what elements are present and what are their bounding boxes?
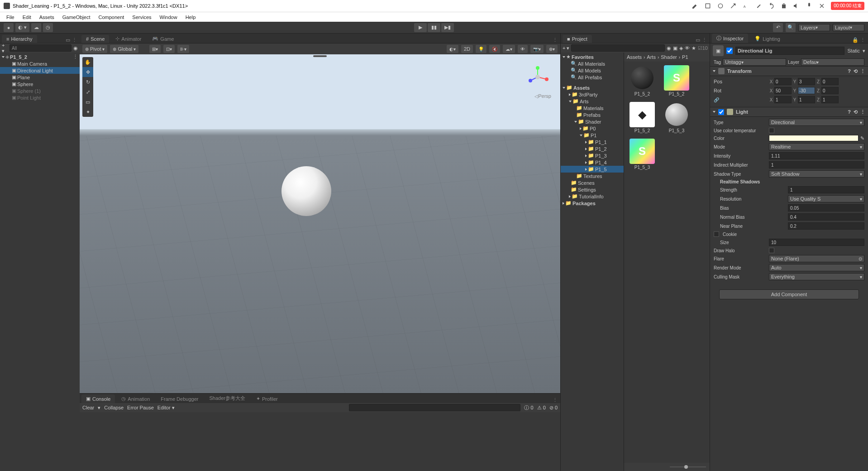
resolution-dropdown[interactable]: Use Quality S▾ [788, 195, 864, 202]
favorites-folder[interactable]: ★ Favorites [561, 53, 624, 60]
menu-services[interactable]: Services [129, 14, 155, 21]
pos-y-field[interactable] [798, 78, 815, 85]
pkg-icon[interactable]: ▣ [673, 45, 677, 51]
animator-tab[interactable]: ⊹ Animator [111, 34, 146, 43]
menu-assets[interactable]: Assets [36, 14, 58, 21]
tree-item[interactable]: 📁 TutorialInfo [561, 193, 624, 200]
camera-toggle[interactable]: 📷▾ [530, 45, 544, 53]
project-search[interactable] [571, 44, 664, 52]
cookie-tex[interactable] [714, 231, 719, 237]
tree-item[interactable]: 📁 Arts [561, 98, 624, 105]
menu-icon[interactable]: ⋮ [860, 109, 865, 115]
transform-header[interactable]: Transform ? ⟲ ⋮ [710, 66, 868, 76]
lock-icon[interactable]: 🔒 [852, 37, 858, 43]
hierarchy-item[interactable]: ▣ Main Camera [0, 60, 80, 67]
hierarchy-tab[interactable]: ≡ Hierarchy [2, 35, 37, 43]
hand-tool[interactable]: ✋ [82, 57, 93, 67]
fav-icon[interactable]: ◉ [667, 45, 671, 51]
wand-icon[interactable] [755, 2, 762, 10]
undo-icon[interactable] [768, 2, 775, 10]
audio-toggle[interactable]: 🔇 [489, 45, 500, 53]
hierarchy-item[interactable]: ▣ Sphere [0, 81, 80, 87]
game-tab[interactable]: 🎮 Game [148, 34, 178, 43]
rotate-tool[interactable]: ↻ [82, 77, 93, 87]
breadcrumb-item[interactable]: P1 [682, 54, 688, 60]
reset-icon[interactable]: ⟲ [854, 109, 858, 115]
menu-icon[interactable]: ⋮ [702, 37, 707, 43]
eyedropper-icon[interactable]: ✎ [860, 135, 864, 141]
pivot-toggle[interactable]: ⊕Pivot▾ [82, 45, 107, 53]
scl-x-field[interactable] [774, 96, 792, 103]
layer-dropdown[interactable]: Defau▾ [801, 58, 864, 66]
create-dropdown[interactable]: + ▾ [2, 43, 8, 54]
rot-z-field[interactable] [821, 87, 839, 94]
menu-icon[interactable]: ⋮ [553, 37, 558, 43]
scl-z-field[interactable] [821, 96, 839, 103]
undo2-icon[interactable]: ↶ [773, 23, 783, 32]
snap-icon[interactable]: ⊞▾ [149, 45, 161, 53]
scene-viewport[interactable]: ✋ ✥ ↻ ⤢ ▭ ✦ ◁Persp [80, 54, 560, 393]
drawhalo-checkbox[interactable] [769, 248, 774, 253]
inspector-tab[interactable]: ⓘ Inspector [712, 34, 748, 43]
pos-z-field[interactable] [821, 78, 839, 85]
project-tab[interactable]: ■ Project [563, 35, 592, 43]
tree-item[interactable]: 📁 Textures [561, 173, 624, 179]
sphere-object[interactable] [281, 166, 331, 216]
nearplane-field[interactable] [788, 222, 864, 230]
grid-icon[interactable]: ⊡▾ [163, 45, 175, 53]
pos-x-field[interactable] [774, 78, 792, 85]
drag-handle[interactable] [313, 55, 327, 57]
menu-icon[interactable]: ⋮ [860, 37, 865, 43]
menu-component[interactable]: Component [95, 14, 128, 21]
account-icon[interactable]: ● [4, 23, 14, 32]
hidden-icon[interactable]: 👁 [685, 45, 690, 51]
reset-icon[interactable]: ⟲ [854, 68, 858, 74]
breadcrumb-item[interactable]: Arts [647, 54, 656, 60]
tree-item[interactable]: 📁 P0 [561, 125, 624, 132]
cullingmask-dropdown[interactable]: Everything▾ [769, 273, 864, 280]
square-icon[interactable] [704, 2, 711, 10]
fx-toggle[interactable]: ☁▾ [503, 45, 515, 53]
speaker-icon[interactable] [793, 2, 800, 10]
picker-icon[interactable]: ◉ [73, 45, 78, 51]
tree-item[interactable]: 🔍 All Prefabs [561, 74, 624, 81]
object-name-field[interactable] [735, 47, 844, 55]
search-button[interactable]: 🔍 [786, 23, 796, 32]
profiler-tab[interactable]: ✦ Profiler [252, 394, 282, 403]
orientation-gizmo[interactable] [524, 63, 551, 91]
close-icon[interactable] [818, 2, 825, 10]
scl-y-field[interactable] [798, 96, 815, 103]
trash-icon[interactable] [780, 2, 787, 10]
scene-row[interactable]: ◈ P1_5_2⋮ [0, 53, 80, 60]
tree-item[interactable]: 📁 Settings [561, 186, 624, 193]
warn-count[interactable]: ⚠ 0 [537, 405, 546, 411]
info-count[interactable]: ⓘ 0 [524, 404, 533, 411]
gizmo-toggle[interactable]: ⊕▾ [546, 45, 558, 53]
packages-folder[interactable]: 📁 Packages [561, 200, 624, 207]
rect-tool[interactable]: ▭ [82, 97, 93, 107]
shade-mode[interactable]: ◐▾ [447, 45, 458, 53]
hidden-toggle[interactable]: 👁 [518, 45, 528, 53]
layers-dropdown[interactable]: Layers ▾ [798, 24, 830, 31]
project-asset[interactable]: P1_5_2 [628, 65, 657, 96]
hierarchy-item[interactable]: ▣ Directional Light [0, 67, 80, 74]
light-type-dropdown[interactable]: Directional▾ [769, 119, 864, 126]
step-button[interactable]: ▶▮ [441, 23, 454, 32]
project-asset[interactable]: SP1_5_2 [662, 65, 691, 96]
collapse-button[interactable]: Collapse [104, 405, 124, 410]
layout-dropdown[interactable]: Layout ▾ [833, 24, 864, 31]
hierarchy-search[interactable] [10, 44, 72, 52]
menu-icon[interactable]: ⋮ [72, 37, 77, 43]
global-toggle[interactable]: ⊕Global▾ [110, 45, 138, 53]
assets-folder[interactable]: 📁 Assets [561, 84, 624, 91]
tree-item[interactable]: 📁 Scenes [561, 179, 624, 186]
framedebugger-tab[interactable]: Frame Debugger [156, 395, 203, 403]
console-search[interactable] [349, 404, 520, 411]
arrow-icon[interactable] [730, 2, 737, 10]
maximize-icon[interactable]: ▭ [66, 37, 70, 43]
size-field[interactable] [769, 239, 864, 246]
project-asset[interactable]: ◆P1_5_2 [628, 102, 657, 133]
cloud2-icon[interactable]: ☁ [31, 23, 41, 32]
2d-toggle[interactable]: 2D [461, 45, 473, 53]
rot-y-field[interactable] [798, 87, 815, 94]
